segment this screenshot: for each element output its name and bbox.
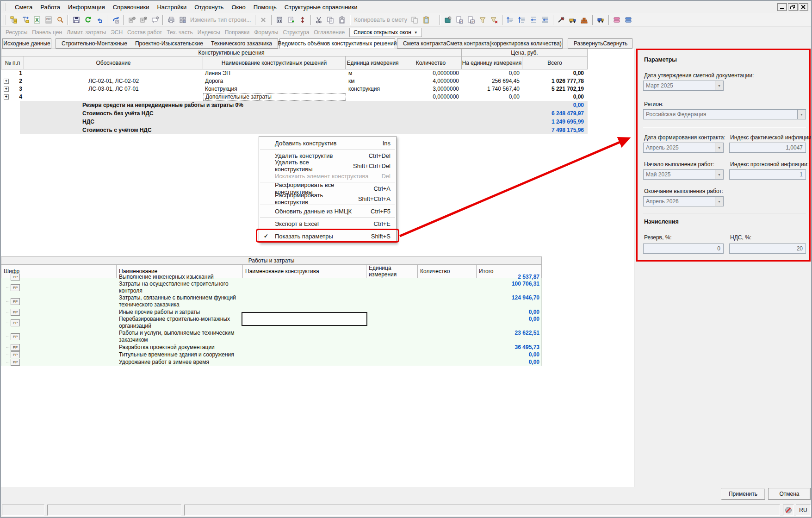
work-end-select[interactable]: Апрель 2026▼ (643, 196, 724, 206)
col-per-unit[interactable]: На единицу измерения (462, 56, 522, 69)
cell-unit[interactable] (367, 281, 418, 294)
cell-total[interactable]: 23 622,51 (477, 330, 542, 343)
cell-name[interactable]: Иные прочие работы и затраты (117, 308, 243, 316)
tree-add-icon[interactable] (19, 14, 31, 25)
cell-unit[interactable]: м (346, 69, 400, 77)
cell-unit[interactable] (367, 273, 418, 281)
print-icon[interactable] (165, 14, 177, 25)
language-indicator[interactable]: RU (796, 505, 811, 516)
bricks-icon[interactable] (579, 14, 590, 25)
level-up-2-icon[interactable] (516, 14, 528, 25)
cancel-button[interactable]: Отмена (768, 488, 811, 500)
toolbar-grip[interactable] (4, 3, 6, 11)
update-gear-2-icon[interactable] (137, 14, 149, 25)
panel-splitter[interactable] (634, 49, 634, 487)
col-basis[interactable]: Обоснование (24, 56, 203, 69)
page-add-icon[interactable] (285, 14, 297, 25)
cell-total[interactable]: 124 946,70 (477, 294, 542, 308)
cell-basis[interactable]: ЛС-02-01, ЛС-02-02 (24, 77, 203, 85)
truck-materials-icon[interactable] (567, 14, 579, 25)
cell-total[interactable]: 0,00 (477, 316, 542, 330)
menu-item-update-nmck[interactable]: Обновить данные из НМЦКCtrl+F5 (259, 206, 396, 216)
chevron-down-icon[interactable]: ▼ (715, 143, 723, 152)
region-select[interactable]: Российская Федерация▼ (643, 109, 806, 119)
works-row[interactable]: РР Затраты, связанные с выполнением функ… (1, 294, 541, 308)
save-icon[interactable] (70, 14, 82, 25)
cell-name[interactable]: Затраты, связанные с выполнением функций… (117, 294, 243, 308)
paste-clipboard-icon[interactable] (421, 14, 432, 25)
cell-name[interactable]: Удорожание работ в зимнее время (117, 358, 243, 366)
search-icon[interactable] (54, 14, 66, 25)
copy-pages-icon[interactable] (409, 14, 421, 25)
restore-button[interactable] (788, 3, 798, 11)
tab-proektno-izyskatelskie[interactable]: Проектно-Изыскательские (135, 40, 203, 47)
cell-qty[interactable] (418, 294, 477, 308)
cut-icon[interactable] (313, 14, 325, 25)
toolbar-grip[interactable] (4, 15, 6, 25)
copy-icon[interactable] (325, 14, 336, 25)
cell-constructive[interactable] (243, 281, 367, 294)
cell-constructive[interactable] (243, 343, 367, 351)
cell-name[interactable]: Конструкция (203, 85, 346, 93)
cell-qty[interactable] (418, 330, 477, 343)
cell-total[interactable]: 2 537,87 (477, 273, 542, 281)
move-updown-icon[interactable] (297, 14, 309, 25)
cell-basis[interactable] (24, 69, 203, 77)
open-windows-list-button[interactable]: Список открытых окон ▼ (349, 28, 421, 37)
cell-unit[interactable] (367, 316, 418, 330)
menu-item-add-constructive[interactable]: Добавить конструктивIns (259, 138, 396, 148)
reserve-input[interactable]: 0 (643, 243, 724, 254)
cell-unit[interactable] (367, 330, 418, 343)
cell-total[interactable]: 0,00 (477, 308, 542, 316)
works-row[interactable]: РР Титульные временные здания и сооружен… (1, 351, 541, 358)
cell-name[interactable]: Разработка проектной документации (117, 343, 243, 351)
cell-total[interactable]: 1 026 777,78 (522, 77, 588, 85)
cell-constructive[interactable] (243, 330, 367, 343)
comment-gear-icon[interactable] (149, 14, 161, 25)
approval-date-select[interactable]: Март 2025▼ (643, 81, 724, 91)
cell-qty[interactable]: 3,0000000 (400, 85, 462, 93)
tab-ishodnye-dannye[interactable]: Исходные данные (2, 38, 51, 49)
menu-strukturnye-spravochniki[interactable]: Структурные справочники (285, 4, 358, 11)
menu-nastroyki[interactable]: Настройки (157, 4, 186, 11)
chevron-down-icon[interactable]: ▼ (715, 197, 723, 206)
cell-constructive[interactable] (243, 273, 367, 281)
cell-name-focused[interactable]: Дополнительные затраты (203, 93, 346, 101)
truck-machines-icon[interactable] (595, 14, 607, 25)
undo-icon[interactable] (93, 14, 105, 25)
page-p-icon[interactable]: P (454, 14, 465, 25)
works-row[interactable]: РР Работы и услуги, выполняемые техничес… (1, 330, 541, 343)
tab-vedomost-obyomov[interactable]: Ведомость объёмов конструктивных решений (279, 38, 395, 49)
menu-informacia[interactable]: Информация (68, 4, 105, 11)
books-blue-icon[interactable] (623, 14, 634, 25)
filter-clear-icon[interactable] (489, 14, 500, 25)
cell-qty[interactable] (418, 308, 477, 316)
page-pr-icon[interactable]: ПР (465, 14, 477, 25)
book-gear-icon[interactable] (442, 14, 454, 25)
tools-icon[interactable] (556, 14, 567, 25)
empty-edit-box[interactable] (242, 312, 367, 326)
cell-name[interactable]: Работы и услуги, выполняемые техническим… (117, 330, 243, 343)
cell-name[interactable]: Дорога (203, 77, 346, 85)
tab-smeta-kontrakta-korrektirovka[interactable]: Смета контракта(корректировка количества… (446, 40, 562, 47)
cell-unit[interactable]: км (346, 77, 400, 85)
menu-rabota[interactable]: Работа (40, 4, 60, 11)
chevron-down-icon[interactable]: ▼ (715, 170, 723, 179)
cell-name[interactable]: Линия ЭП (203, 69, 346, 77)
cell-total[interactable]: 0,00 (522, 69, 588, 77)
paste-icon[interactable] (336, 14, 348, 25)
cell-unit[interactable] (367, 351, 418, 358)
cell-name[interactable]: Перебазирование строительно-монтажных ор… (117, 316, 243, 330)
cell-qty[interactable] (418, 358, 477, 366)
cell-total[interactable]: 5 221 702,19 (522, 85, 588, 93)
pp-icon[interactable]: РР (11, 351, 20, 358)
table-row[interactable]: +2 ЛС-02-01, ЛС-02-02 Дорога км 4,000000… (1, 77, 588, 85)
cell-constructive[interactable] (243, 351, 367, 358)
works-row[interactable]: РР Выполнение инженерных изысканий 2 537… (1, 273, 541, 281)
level-left-2-icon[interactable] (539, 14, 551, 25)
undo-cell-icon[interactable] (110, 14, 121, 25)
menu-spravochniki[interactable]: Справочники (113, 4, 149, 11)
cell-total[interactable]: 0,00 (477, 351, 542, 358)
expand-all-button[interactable]: Развернуть (574, 40, 603, 47)
table-row-selected[interactable]: +4 Дополнительные затраты 0,0000000 0,00… (1, 93, 588, 101)
